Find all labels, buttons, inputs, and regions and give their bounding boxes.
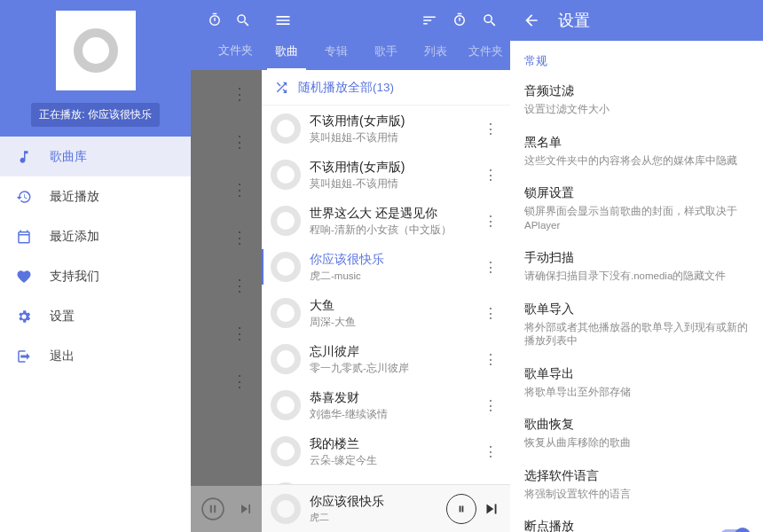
- setting-item[interactable]: 锁屏设置锁屏界面会显示当前歌曲的封面，样式取决于APlayer: [510, 176, 763, 241]
- setting-item[interactable]: 手动扫描请确保扫描目录下没有.nomedia的隐藏文件: [510, 241, 763, 293]
- tab-3[interactable]: 列表: [411, 41, 460, 70]
- now-playing-badge[interactable]: 正在播放: 你应该很快乐: [31, 103, 160, 127]
- song-title: 不该用情(女声版): [310, 160, 471, 176]
- setting-item[interactable]: 黑名单这些文件夹中的内容将会从您的媒体库中隐藏: [510, 126, 763, 177]
- drawer-item-3[interactable]: 支持我们: [0, 256, 191, 296]
- settings-screen: 设置 常规 音频过滤设置过滤文件大小黑名单这些文件夹中的内容将会从您的媒体库中隐…: [510, 0, 763, 532]
- song-row[interactable]: 大鱼周深-大鱼⋮: [262, 290, 510, 336]
- song-artist: 云朵-缘定今生: [310, 454, 471, 467]
- song-artist: 周深-大鱼: [310, 316, 471, 329]
- song-art-icon: [271, 206, 301, 236]
- songs-screen: 歌曲专辑歌手列表文件夹 随机播放全部(13) 不该用情(女声版)莫叫姐姐-不该用…: [262, 0, 510, 532]
- hamburger-icon[interactable]: [274, 12, 292, 29]
- shuffle-icon: [274, 80, 289, 95]
- song-row[interactable]: 不该用情(女声版)莫叫姐姐-不该用情⋮: [262, 152, 510, 198]
- drawer-item-label: 退出: [50, 348, 75, 364]
- backdrop-tab-label[interactable]: 文件夹: [218, 43, 253, 59]
- drawer-item-2[interactable]: 最近添加: [0, 216, 191, 256]
- song-art-icon: [271, 252, 301, 282]
- setting-title: 断点播放: [524, 519, 720, 532]
- song-title: 大鱼: [310, 298, 471, 314]
- song-row[interactable]: 不该用情(女声版)莫叫姐姐-不该用情⋮: [262, 106, 510, 152]
- drawer-menu: 歌曲库最近播放最近添加支持我们设置退出: [0, 137, 191, 376]
- history-icon: [16, 189, 32, 205]
- setting-item[interactable]: 选择软件语言将强制设置软件的语言: [510, 459, 763, 511]
- backdrop-screen: 文件夹 ⋮ ⋮ ⋮ ⋮ ⋮ ⋮ ⋮: [191, 0, 262, 532]
- song-info: 恭喜发财刘德华-继续谈情: [310, 390, 471, 421]
- pause-button[interactable]: [446, 494, 476, 524]
- more-icon[interactable]: ⋮: [480, 121, 501, 137]
- tab-0[interactable]: 歌曲: [262, 41, 311, 70]
- setting-item[interactable]: 歌单导入将外部或者其他播放器的歌单导入到现有或新的播放列表中: [510, 293, 763, 357]
- more-icon[interactable]: ⋮: [232, 228, 248, 247]
- song-title: 不该用情(女声版): [310, 113, 471, 129]
- more-icon[interactable]: ⋮: [480, 167, 501, 184]
- setting-subtitle: 将强制设置软件的语言: [524, 488, 749, 502]
- backdrop-tabs: 文件夹: [191, 41, 262, 70]
- setting-subtitle: 请确保扫描目录下没有.nomedia的隐藏文件: [524, 270, 749, 284]
- shuffle-all-row[interactable]: 随机播放全部(13): [262, 70, 510, 106]
- song-row[interactable]: 恭喜发财刘德华-继续谈情⋮: [262, 382, 510, 428]
- tab-1[interactable]: 专辑: [311, 41, 361, 70]
- setting-item[interactable]: 歌单导出将歌单导出至外部存储: [510, 357, 763, 409]
- song-info: 忘川彼岸零一九零贰-忘川彼岸: [310, 344, 471, 375]
- sort-icon[interactable]: [421, 12, 437, 28]
- song-artist: 刘德华-继续谈情: [310, 408, 471, 421]
- song-row[interactable]: 我的楼兰云朵-缘定今生⋮: [262, 428, 510, 474]
- song-title: 恭喜发财: [310, 390, 471, 406]
- tab-4[interactable]: 文件夹: [460, 41, 510, 70]
- now-playing-art[interactable]: [56, 11, 136, 90]
- song-title: 忘川彼岸: [310, 344, 471, 360]
- pause-icon[interactable]: [201, 497, 224, 520]
- more-icon[interactable]: ⋮: [480, 305, 501, 322]
- song-tabs: 歌曲专辑歌手列表文件夹: [262, 41, 510, 70]
- search-icon[interactable]: [235, 12, 251, 28]
- setting-title: 歌单导入: [524, 301, 749, 317]
- song-info: 不该用情(女声版)莫叫姐姐-不该用情: [310, 113, 471, 145]
- song-art-icon: [271, 160, 301, 190]
- song-row[interactable]: 世界这么大 还是遇见你程响-清新的小女孩（中文版）⋮: [262, 198, 510, 244]
- setting-item[interactable]: 歌曲恢复恢复从曲库移除的歌曲: [510, 408, 763, 459]
- back-icon[interactable]: [523, 12, 540, 29]
- song-info: 世界这么大 还是遇见你程响-清新的小女孩（中文版）: [310, 206, 471, 237]
- more-icon[interactable]: ⋮: [480, 397, 501, 414]
- song-row[interactable]: 你应该很快乐虎二-music⋮: [262, 244, 510, 290]
- setting-title: 音频过滤: [524, 83, 749, 99]
- drawer-item-0[interactable]: 歌曲库: [0, 137, 191, 176]
- more-icon[interactable]: ⋮: [232, 84, 248, 104]
- next-button[interactable]: [482, 499, 501, 519]
- setting-title: 锁屏设置: [524, 185, 749, 201]
- more-icon[interactable]: ⋮: [480, 213, 501, 230]
- more-icon[interactable]: ⋮: [480, 443, 501, 460]
- search-icon[interactable]: [482, 12, 498, 28]
- drawer-item-4[interactable]: 设置: [0, 296, 191, 336]
- music-library-icon: [16, 149, 32, 165]
- backdrop-toolbar: [191, 0, 262, 41]
- svg-point-0: [202, 498, 224, 520]
- drawer-item-label: 最近添加: [50, 229, 99, 245]
- next-icon[interactable]: [237, 500, 255, 518]
- drawer-item-1[interactable]: 最近播放: [0, 176, 191, 216]
- tab-2[interactable]: 歌手: [361, 41, 411, 70]
- drawer-item-5[interactable]: 退出: [0, 336, 191, 376]
- more-icon[interactable]: ⋮: [480, 259, 501, 276]
- settings-section-header: 常规: [510, 41, 763, 74]
- more-icon[interactable]: ⋮: [232, 180, 248, 200]
- more-icon[interactable]: ⋮: [480, 351, 501, 368]
- shuffle-all-label: 随机播放全部(13): [298, 80, 394, 96]
- setting-title: 黑名单: [524, 135, 749, 151]
- setting-item[interactable]: 断点播放再次打开软件时将从断点处开始播放: [510, 510, 763, 532]
- timer-icon[interactable]: [452, 12, 468, 28]
- timer-icon[interactable]: [207, 12, 223, 28]
- setting-subtitle: 将歌单导出至外部存储: [524, 386, 749, 400]
- mini-player[interactable]: 你应该很快乐 虎二: [262, 484, 510, 532]
- more-icon[interactable]: ⋮: [232, 372, 248, 391]
- more-icon[interactable]: ⋮: [232, 132, 248, 152]
- setting-item[interactable]: 音频过滤设置过滤文件大小: [510, 74, 763, 126]
- song-list: 不该用情(女声版)莫叫姐姐-不该用情⋮不该用情(女声版)莫叫姐姐-不该用情⋮世界…: [262, 106, 510, 520]
- more-icon[interactable]: ⋮: [232, 324, 248, 343]
- drawer-item-label: 最近播放: [50, 189, 99, 205]
- setting-subtitle: 锁屏界面会显示当前歌曲的封面，样式取决于APlayer: [524, 205, 749, 232]
- song-row[interactable]: 忘川彼岸零一九零贰-忘川彼岸⋮: [262, 336, 510, 382]
- more-icon[interactable]: ⋮: [232, 276, 248, 295]
